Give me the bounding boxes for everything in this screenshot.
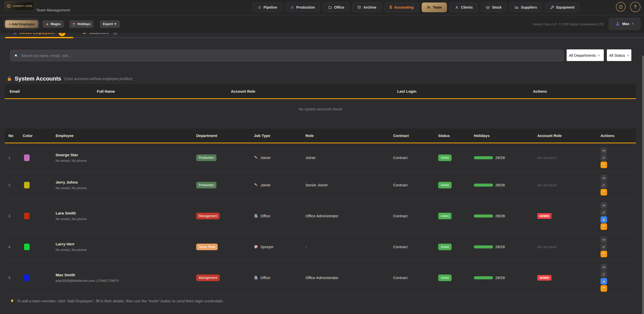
app-logo: JOINERY CORE: [5, 1, 35, 11]
view-action-button[interactable]: [601, 175, 607, 181]
beach-umbrella-icon: [72, 23, 76, 26]
nav-production[interactable]: Production: [285, 3, 320, 12]
employee-row: 5 Max Smith piter3009@btinternet.com | 0…: [5, 261, 636, 295]
employee-contact: piter3009@btinternet.com | 07861779670: [56, 279, 119, 283]
nav-team[interactable]: Team: [422, 3, 447, 12]
employee-name: Larry Herr: [56, 242, 87, 246]
nav-accounting[interactable]: $Accounting: [385, 3, 419, 12]
nav-clients[interactable]: Clients: [450, 3, 478, 12]
user-bust-icon: [615, 22, 620, 26]
status-badge: Active: [438, 182, 452, 188]
lock-icon: [602, 280, 606, 283]
question-mark-icon: ?: [634, 4, 637, 10]
chevron-down-icon: ∨: [598, 54, 600, 57]
add-employee-button[interactable]: + Add Employee: [5, 20, 38, 28]
archive-action-button[interactable]: [601, 223, 607, 230]
department-filter-value: All Departments: [569, 53, 596, 57]
nav-archive[interactable]: Archive: [352, 3, 381, 12]
holidays-button[interactable]: Holidays: [69, 20, 94, 28]
edit-action-button[interactable]: [601, 271, 607, 278]
employee-row: 1 George Star No email | No phone Produc…: [5, 144, 636, 171]
nav-pipeline[interactable]: Pipeline: [252, 3, 282, 12]
edit-action-button[interactable]: [601, 209, 607, 216]
column-header-actions: Actions: [533, 89, 636, 93]
employee-color-swatch: [24, 274, 30, 281]
nav-suppliers[interactable]: Suppliers: [510, 3, 542, 12]
nav-equipment[interactable]: Equipment: [545, 3, 580, 12]
nav-office[interactable]: Office: [323, 3, 349, 12]
employee-contact: No email | No phone: [56, 217, 87, 221]
actions-cell: [601, 264, 607, 292]
wages-button[interactable]: $ Wages: [42, 20, 64, 28]
row-number: 3: [8, 214, 10, 218]
view-action-button[interactable]: [601, 237, 607, 243]
nav-label: Pipeline: [263, 5, 277, 9]
nav-label: Production: [296, 5, 315, 9]
scrollbar-thumb[interactable]: [642, 56, 644, 314]
employee-role: Office Administrator: [305, 214, 339, 218]
job-type: Office: [260, 214, 270, 218]
pencil-icon: [602, 156, 606, 160]
account-role: No account: [537, 183, 557, 187]
account-role: ADMIN: [537, 275, 551, 281]
page-title: Team Management: [36, 8, 70, 12]
column-header-employee: Employee: [56, 133, 196, 138]
nav-label: Team: [433, 5, 442, 9]
nav-label: Office: [334, 5, 344, 9]
office-building-icon: [254, 214, 258, 218]
lock-action-button[interactable]: [601, 216, 607, 223]
column-header-actions: Actions: [601, 133, 636, 138]
employees-table-body: 1 George Star No email | No phone Produc…: [5, 144, 636, 295]
system-accounts-header: EmailFull NameAccount RoleLast LoginActi…: [5, 84, 636, 99]
pencil-icon: [602, 183, 606, 187]
edit-action-button[interactable]: [601, 244, 607, 250]
eye-icon: [602, 149, 606, 152]
edit-action-button[interactable]: [601, 154, 607, 161]
contract-type: Contract: [393, 214, 408, 218]
search-input[interactable]: [21, 53, 501, 58]
view-action-button[interactable]: [601, 147, 607, 154]
export-button[interactable]: Export ▼: [100, 20, 120, 28]
status-badge: Active: [438, 213, 452, 219]
employee-role: Joiner: [305, 155, 316, 160]
lock-icon: [602, 218, 606, 221]
logo-text: JOINERY CORE: [12, 5, 33, 7]
user-name: Max: [622, 22, 629, 26]
nav-label: Stock: [492, 5, 502, 9]
contract-type: Contract: [393, 155, 408, 160]
archive-action-button[interactable]: [601, 285, 607, 292]
archive-action-button[interactable]: [601, 251, 607, 257]
column-header-role: Role: [305, 133, 393, 138]
nav-label: Accounting: [394, 5, 414, 9]
pencil-icon: [602, 245, 606, 249]
nav-stock[interactable]: Stock: [481, 3, 507, 12]
folder-icon: [328, 6, 332, 9]
archive-action-button[interactable]: [601, 162, 607, 168]
status-filter-select[interactable]: All Status ∨: [607, 49, 631, 61]
employee-color-swatch: [24, 182, 30, 188]
column-header-department: Department: [196, 133, 254, 138]
tabs-underline: [0, 37, 644, 38]
edit-action-button[interactable]: [601, 182, 607, 188]
help-button[interactable]: ?: [630, 2, 640, 12]
sun-icon: [290, 6, 294, 9]
view-action-button[interactable]: [601, 264, 607, 270]
calculator-button[interactable]: [616, 2, 626, 12]
truck-icon: [515, 6, 519, 9]
holidays-count: 28/28: [495, 183, 505, 187]
version-text: Joinery Core v1.0 · © 2026 Skylon Develo…: [532, 23, 604, 26]
job-type: Joiner: [260, 155, 271, 160]
view-action-button[interactable]: [601, 202, 607, 209]
column-header-holidays: Holidays: [474, 133, 537, 138]
archive-action-button[interactable]: [601, 189, 607, 195]
account-role: No account: [537, 155, 557, 160]
row-number: 1: [8, 155, 10, 160]
user-menu-button[interactable]: Max ▼: [609, 18, 640, 30]
employee-contact: No email | No phone: [56, 159, 87, 163]
department-filter-select[interactable]: All Departments ∨: [567, 49, 604, 61]
lock-action-button[interactable]: [601, 278, 607, 285]
saw-icon: [254, 155, 258, 160]
pencil-icon: [602, 211, 606, 214]
contract-type: Contract: [393, 183, 408, 187]
column-header-account-role: Account Role: [537, 133, 601, 138]
